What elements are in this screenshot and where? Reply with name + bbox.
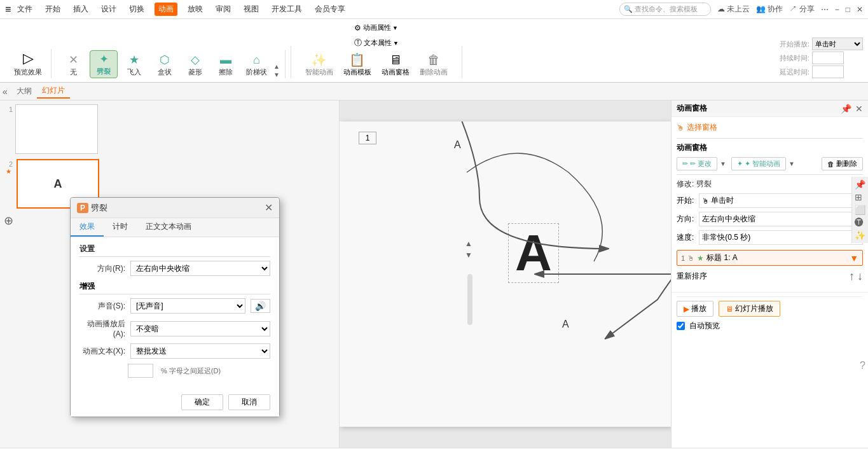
tab-outline[interactable]: 大纲 — [11, 85, 37, 98]
size-side-icon[interactable]: ⬜ — [855, 205, 865, 215]
anim-item-star: ★ — [697, 254, 704, 263]
play-label: 播放 — [691, 303, 706, 314]
canvas-scroll-down[interactable]: ▼ — [465, 251, 472, 259]
dialog-tab-text-anim[interactable]: 正文文本动画 — [137, 218, 200, 237]
slideshow-btn[interactable]: 🖥 幻灯片播放 — [719, 301, 780, 317]
dialog-body: 设置 方向(R): 左右向中央收缩 上下向中央收缩 中央向左右展开 中央向上下展… — [71, 237, 279, 389]
add-slide-icon: ⊕ — [4, 214, 13, 228]
slide-thumb-1[interactable]: 1 — [4, 104, 335, 154]
dialog-tab-timing[interactable]: 计时 — [104, 218, 137, 237]
slide-big-a[interactable]: A — [508, 223, 559, 283]
auto-preview-label: 自动预览 — [689, 321, 720, 331]
dialog-cancel-btn[interactable]: 取消 — [228, 394, 270, 410]
close-btn[interactable]: ✕ — [857, 5, 863, 14]
fly-icon: ★ — [129, 53, 139, 67]
anim-stair[interactable]: ⌂ 阶梯状 — [242, 52, 271, 78]
vertical-scrollbar[interactable] — [467, 274, 472, 325]
help-icon[interactable]: ? — [860, 360, 865, 371]
menu-icon[interactable]: ≡ — [5, 4, 11, 15]
reorder-btns: ↑ ↓ — [849, 270, 863, 283]
anim-template-btn[interactable]: 📋 动画模板 — [340, 51, 375, 78]
start-select[interactable]: 单击时 与上一动画同时 上一动画之后 — [812, 38, 863, 50]
delay-input[interactable]: 00.00 — [812, 66, 844, 78]
delete-anim-btn[interactable]: 🗑 删除动画 — [416, 52, 451, 78]
dialog-sound-preview-btn[interactable]: 🔊 — [251, 299, 270, 313]
text-side-icon[interactable]: 🅣 — [855, 218, 865, 228]
tab-slides[interactable]: 幻灯片 — [37, 84, 70, 99]
dialog-ok-btn[interactable]: 确定 — [181, 394, 223, 410]
menu-animation[interactable]: 动画 — [155, 3, 177, 16]
share-btn[interactable]: ↗ 分享 — [789, 4, 814, 15]
menu-start[interactable]: 开始 — [43, 3, 63, 16]
anim-fly[interactable]: ★ 飞入 — [120, 52, 148, 78]
dialog-anim-text-select[interactable]: 整批发送 按字/词 按字母 — [130, 343, 270, 359]
dialog-direction-select[interactable]: 左右向中央收缩 上下向中央收缩 中央向左右展开 中央向上下展开 — [130, 261, 270, 276]
smart-arrow[interactable]: ▼ — [789, 160, 795, 167]
menu-devtools[interactable]: 开发工具 — [269, 3, 305, 16]
menu-file[interactable]: 文件 — [15, 3, 35, 16]
dialog-after-select[interactable]: 不变暗 变暗 隐藏 — [130, 321, 270, 336]
preview-btn[interactable]: ▷ 预览效果 — [10, 49, 46, 78]
menu-vip[interactable]: 会员专享 — [312, 3, 348, 16]
menu-design[interactable]: 设计 — [99, 3, 119, 16]
layout-side-icon[interactable]: ⊞ — [855, 192, 865, 202]
menu-insert[interactable]: 插入 — [71, 3, 91, 16]
dialog-sound-select[interactable]: [无声音] 打字机 爆炸声 — [130, 298, 245, 314]
duration-input[interactable]: 00.50 — [812, 52, 844, 64]
scroll-down-icon[interactable]: ▼ — [273, 71, 280, 78]
dialog-sound-row: 声音(S): [无声音] 打字机 爆炸声 🔊 — [79, 298, 270, 314]
smart-anim-icon: ✨ — [311, 52, 327, 67]
anim-wipe[interactable]: ▬ 擦除 — [212, 52, 240, 78]
smart-anim-btn[interactable]: ✨ 智能动画 — [301, 51, 337, 78]
anim-none[interactable]: ✕ 无 — [59, 52, 87, 78]
menu-view[interactable]: 视图 — [241, 3, 261, 16]
collab-btn[interactable]: 👥 协作 — [756, 4, 783, 15]
change-anim-btn[interactable]: ✏ ✏ 更改 — [677, 157, 717, 170]
close-pane-icon[interactable]: ✕ — [855, 104, 863, 114]
slide-img-1[interactable] — [15, 104, 98, 154]
delete-btn[interactable]: 🗑 删删除 — [822, 157, 863, 170]
anim-list-item[interactable]: 1 🖱 ★ 标题 1: A ▼ — [677, 250, 863, 266]
anim-box[interactable]: ⬡ 盒状 — [151, 52, 179, 78]
menu-review[interactable]: 审阅 — [213, 3, 233, 16]
minimize-btn[interactable]: − — [835, 5, 839, 14]
menu-switch[interactable]: 切换 — [127, 3, 147, 16]
slide-canvas[interactable]: 1 A A A — [340, 121, 671, 427]
dialog-percent-input[interactable] — [128, 364, 153, 378]
auto-preview-checkbox[interactable] — [677, 322, 685, 330]
preview-icon: ▷ — [23, 50, 34, 67]
panel-collapse[interactable]: « — [3, 86, 8, 97]
restore-btn[interactable]: □ — [846, 5, 850, 14]
pin-icon[interactable]: 📌 — [841, 104, 851, 114]
title-bar: ≡ 文件 开始 插入 设计 切换 动画 放映 审阅 视图 开发工具 会员专享 🔍… — [0, 0, 868, 19]
dialog-close-btn[interactable]: ✕ — [265, 202, 273, 214]
effects-side-icon[interactable]: ✨ — [855, 230, 865, 240]
select-window-btn[interactable]: 🖱 选择窗格 — [677, 122, 863, 133]
anim-item-dropdown[interactable]: ▼ — [850, 253, 858, 263]
anim-diamond[interactable]: ◇ 菱形 — [181, 52, 209, 78]
text-props-btn[interactable]: Ⓣ 文本属性 ▼ — [350, 36, 403, 50]
play-btn[interactable]: ▶ 播放 — [677, 301, 713, 317]
reorder-label: 重新排序 — [677, 271, 707, 282]
animation-group: ✕ 无 ✦ 劈裂 ★ 飞入 ⬡ 盒状 ◇ 菱形 — [54, 50, 286, 78]
anim-split[interactable]: ✦ 劈裂 — [90, 50, 118, 78]
search-box[interactable]: 🔍 查找命令、搜索模板 — [619, 3, 711, 16]
menu-playback[interactable]: 放映 — [185, 3, 205, 16]
canvas-scroll-up[interactable]: ▲ — [465, 239, 472, 248]
smart-anim-btn2[interactable]: ✦ ✦ 智能动画 — [731, 157, 786, 170]
slide-num-1: 1 — [4, 104, 13, 113]
more-btn[interactable]: ⋯ — [821, 5, 829, 14]
anim-window-btn[interactable]: 🖥 动画窗格 — [378, 52, 413, 78]
reorder-down-btn[interactable]: ↓ — [857, 270, 863, 283]
dialog-settings-label: 设置 — [79, 244, 270, 257]
anim-speed-row: 速度: 非常快(0.5 秒) ▼ — [677, 230, 863, 245]
dialog-tab-effect[interactable]: 效果 — [71, 218, 104, 237]
question-icon[interactable]: ? — [860, 360, 865, 371]
anim-props-btn[interactable]: ⚙ 动画属性 ▼ — [350, 22, 403, 34]
start-value: 单击时 — [711, 195, 853, 206]
change-arrow[interactable]: ▼ — [720, 160, 726, 167]
scroll-up-icon[interactable]: ▲ — [273, 63, 280, 70]
reorder-up-btn[interactable]: ↑ — [849, 270, 855, 283]
pin-side-icon[interactable]: 📌 — [855, 179, 865, 190]
side-icons: 📌 ⊞ ⬜ 🅣 ✨ — [851, 177, 868, 243]
